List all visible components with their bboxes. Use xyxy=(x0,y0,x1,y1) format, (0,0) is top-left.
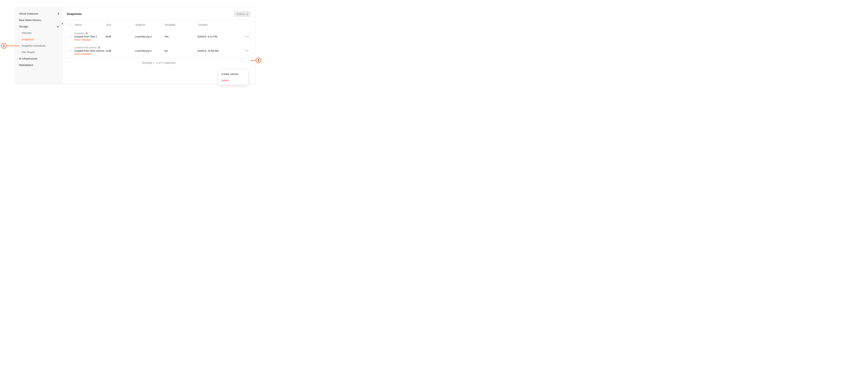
row-type-label: Created from volume xyxy=(74,46,97,49)
info-icon[interactable]: i xyxy=(85,32,88,35)
col-header-bootable: Bootable xyxy=(164,23,197,26)
dot-icon xyxy=(247,50,247,51)
sidebar-item-volumes[interactable]: Volumes xyxy=(16,30,62,36)
col-header-regions: Regions xyxy=(135,23,164,26)
sidebar-sub-label: Snapshot Schedules xyxy=(22,44,45,47)
table-row: Created from volume i Created from New v… xyxy=(66,44,252,58)
sidebar-item-file-shares[interactable]: File Shares xyxy=(16,49,62,55)
select-all-checkbox[interactable] xyxy=(69,24,71,26)
row-name: Created from Test 2 xyxy=(74,35,105,38)
row-size: 5GiB xyxy=(105,35,135,38)
sidebar-sub-label: Volumes xyxy=(22,31,32,34)
sidebar: Virtual Instances Bare Metal Servers Sto… xyxy=(16,8,62,84)
col-header-name: Name xyxy=(74,23,105,26)
dot-icon xyxy=(247,36,247,37)
show-metadata-link[interactable]: Show metadata xyxy=(74,53,105,55)
row-size: 1GiB xyxy=(105,49,135,52)
collapse-sidebar-button[interactable] xyxy=(60,22,64,26)
page-title: Snapshots xyxy=(67,12,82,16)
actions-dropdown-button[interactable]: Actions xyxy=(234,11,251,17)
row-bootable: Yes xyxy=(164,35,197,38)
dot-icon xyxy=(248,50,249,51)
sidebar-sub-label: File Shares xyxy=(22,50,35,54)
sidebar-item-snapshots[interactable]: Snapshots xyxy=(16,36,62,42)
row-checkbox[interactable] xyxy=(69,49,71,52)
info-icon[interactable]: i xyxy=(98,46,100,49)
chevron-left-icon xyxy=(62,23,64,25)
sidebar-item-bare-metal[interactable]: Bare Metal Servers xyxy=(16,17,62,23)
sidebar-label: Bare Metal Servers xyxy=(19,19,41,22)
snapshots-table: Name Size Regions Bootable Created Snaps… xyxy=(66,20,252,67)
dot-icon xyxy=(245,36,246,37)
row-region: Luxembourg-2 xyxy=(135,35,164,38)
sidebar-sub-label: Snapshots xyxy=(22,38,34,41)
annotation-marker-1: 1 xyxy=(1,43,7,48)
dot-icon xyxy=(245,50,246,51)
chevron-down-icon xyxy=(246,13,248,14)
chevron-right-icon xyxy=(57,12,59,15)
row-region: Luxembourg-2 xyxy=(135,49,164,52)
sidebar-item-storage[interactable]: Storage xyxy=(16,23,62,30)
annotation-marker-2: 2 xyxy=(256,58,261,63)
show-metadata-link[interactable]: Show metadata xyxy=(74,38,105,41)
menu-item-create-volume[interactable]: Create volume xyxy=(219,71,248,77)
row-checkbox[interactable] xyxy=(69,35,71,38)
actions-label: Actions xyxy=(237,12,245,15)
main-content: Snapshots Actions Name Size Regions Boot… xyxy=(62,8,255,84)
sidebar-label: AI Infrastructure xyxy=(19,57,37,60)
sidebar-item-ai-infrastructure[interactable]: AI Infrastructure xyxy=(16,55,62,62)
row-created: 3/29/24, 3:12 PM xyxy=(197,35,243,38)
sidebar-label: Storage xyxy=(19,25,28,28)
sidebar-item-snapshot-schedules[interactable]: Snapshot Schedules xyxy=(16,42,62,49)
row-created: 3/29/24, 10:58 AM xyxy=(197,49,243,52)
row-name: Created from New volume xyxy=(74,49,105,52)
sidebar-item-virtual-instances[interactable]: Virtual Instances xyxy=(16,10,62,17)
app-panel: Virtual Instances Bare Metal Servers Sto… xyxy=(15,8,255,84)
main-header: Snapshots Actions xyxy=(62,8,255,19)
row-type-label: Snapshot xyxy=(74,32,84,35)
col-header-created: Created xyxy=(197,23,243,26)
row-bootable: No xyxy=(164,49,197,52)
sidebar-label: Marketplace xyxy=(19,64,33,66)
chevron-down-icon xyxy=(57,25,59,27)
col-header-size: Size xyxy=(105,23,135,26)
row-actions-kebab[interactable] xyxy=(244,35,250,38)
table-footer: Showing 1 - 2 of 2 snapshots xyxy=(66,58,252,67)
annotation-line-1 xyxy=(7,46,20,46)
dot-icon xyxy=(248,36,249,37)
sidebar-item-marketplace[interactable]: Marketplace xyxy=(16,62,62,68)
menu-item-delete[interactable]: Delete xyxy=(219,77,248,83)
sidebar-label: Virtual Instances xyxy=(19,12,38,15)
annotation-line-2 xyxy=(250,60,256,61)
table-header-row: Name Size Regions Bootable Created xyxy=(66,20,252,30)
table-row: Snapshot i Created from Test 2 Show meta… xyxy=(66,30,252,44)
row-actions-menu: Create volume Delete xyxy=(219,70,248,84)
row-actions-kebab[interactable] xyxy=(244,49,250,52)
